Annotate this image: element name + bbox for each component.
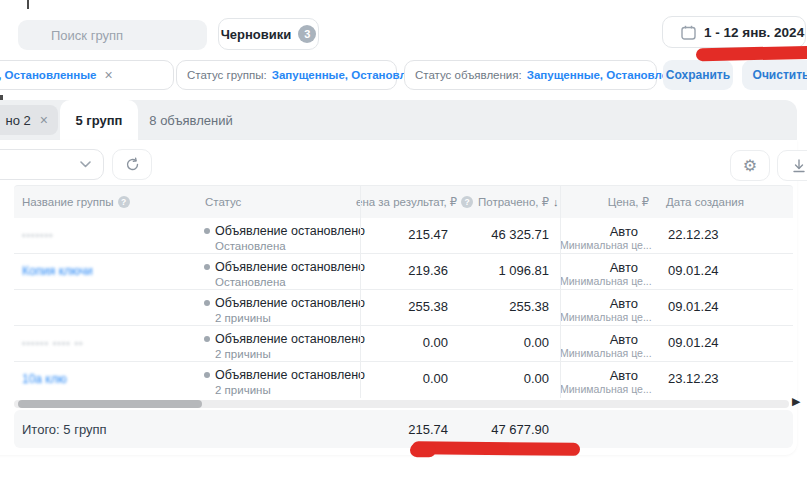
drafts-count-badge: 3: [298, 25, 316, 43]
filter-chip-prefix: Статус объявления:: [415, 69, 522, 81]
status-text: Объявление остановлено: [215, 260, 365, 274]
created-date: 22.12.23: [655, 218, 793, 253]
status-note[interactable]: 2 причины: [204, 384, 360, 396]
filter-chip-ad-status[interactable]: Статус объявления: Запущенные, Остановле…: [404, 60, 657, 90]
crop-artifact-top: [27, 0, 29, 9]
spent-total: 47 677.90: [450, 422, 552, 437]
red-marker-annotation-date: [696, 46, 807, 62]
price-value: Авто: [552, 332, 655, 347]
tab-ads[interactable]: 8 объявлений: [138, 100, 244, 140]
price-note: Минимальная це...: [552, 275, 655, 287]
price-note: Минимальная це...: [552, 239, 655, 251]
status-dot-icon: [204, 228, 210, 234]
group-name-link[interactable]: •••••••: [22, 230, 54, 241]
gear-icon: ⚙: [743, 156, 757, 175]
cost-per-result-value: 0.00: [360, 362, 450, 398]
price-value: Авто: [552, 260, 655, 275]
red-marker-annotation-totals: [412, 441, 580, 456]
group-name-link[interactable]: 10а клю: [22, 372, 67, 386]
column-header-spent[interactable]: Потрачено, ₽ ↓: [450, 195, 552, 209]
status-text: Объявление остановлено: [215, 332, 365, 346]
cost-per-result-total: 215.74: [360, 422, 450, 437]
filter-chip-prefix: Статус группы:: [187, 69, 267, 81]
refresh-button[interactable]: [112, 149, 152, 180]
download-icon: [792, 159, 806, 173]
settings-button[interactable]: ⚙: [730, 150, 770, 181]
status-note[interactable]: 2 причины: [204, 348, 360, 360]
scroll-right-icon[interactable]: ▶: [792, 395, 800, 408]
cost-per-result-value: 215.47: [360, 218, 450, 253]
save-filters-button[interactable]: Сохранить: [663, 60, 733, 90]
status-text: Объявление остановлено: [215, 368, 365, 382]
created-date: 09.01.24: [655, 290, 793, 325]
table-body: ••••••• Объявление остановлено Остановле…: [14, 218, 793, 398]
table-row[interactable]: Копия ключи Объявление остановлено Остан…: [14, 254, 793, 290]
clear-filters-button[interactable]: Очистить: [742, 60, 807, 90]
filter-chip-group-status[interactable]: Статус группы: Запущенные, Остановленные…: [176, 60, 397, 90]
date-range-button[interactable]: 1 - 12 янв. 2024: [662, 16, 806, 48]
column-header-name[interactable]: Название группы ?: [14, 196, 200, 208]
selection-chip[interactable]: но 2 ×: [0, 105, 58, 135]
close-icon[interactable]: ×: [101, 68, 112, 82]
status-note[interactable]: Остановлена: [204, 240, 360, 252]
spent-value: 255.38: [450, 290, 552, 325]
status-text: Объявление остановлено: [215, 296, 365, 310]
table-row[interactable]: Объявление остановлено 2 причины 255.38 …: [14, 290, 793, 326]
help-icon[interactable]: ?: [118, 196, 130, 208]
column-header-cost-per-result[interactable]: ена за результат, ₽ ?: [356, 195, 450, 209]
spent-value: 1 096.81: [450, 254, 552, 289]
cost-per-result-value: 0.00: [360, 326, 450, 361]
actions-dropdown[interactable]: йствия: [0, 149, 104, 180]
price-note: Минимальная це...: [552, 383, 655, 395]
filter-chip-value: Запущенные, Остановленные: [0, 69, 96, 81]
horizontal-scrollbar[interactable]: [14, 400, 789, 408]
table-row[interactable]: ••••••• Объявление остановлено Остановле…: [14, 218, 793, 254]
status-dot-icon: [204, 264, 210, 270]
table-header: Название группы ? Статус ена за результа…: [14, 185, 793, 218]
selection-chip-label: но 2: [6, 113, 31, 128]
table-footer: Итого: 5 групп 215.74 47 677.90: [14, 410, 793, 448]
calendar-icon: [681, 25, 696, 40]
status-dot-icon: [204, 372, 210, 378]
column-header-created[interactable]: Дата создания: [655, 196, 793, 208]
refresh-icon: [125, 157, 140, 172]
date-range-label: 1 - 12 янв. 2024: [704, 25, 804, 40]
table-row[interactable]: •••••• •••• •• Объявление остановлено 2 …: [14, 326, 793, 362]
created-date: 09.01.24: [655, 254, 793, 289]
column-separator: [560, 186, 561, 398]
close-icon[interactable]: ×: [37, 113, 48, 127]
status-dot-icon: [204, 336, 210, 342]
status-dot-icon: [204, 300, 210, 306]
price-value: Авто: [552, 224, 655, 239]
group-name-link[interactable]: •••••• •••• ••: [22, 338, 84, 349]
search-input[interactable]: Поиск групп: [18, 20, 207, 50]
price-value: Авто: [552, 368, 655, 383]
column-header-status[interactable]: Статус: [200, 196, 360, 208]
cost-per-result-value: 219.36: [360, 254, 450, 289]
spent-value: 0.00: [450, 326, 552, 361]
column-separator: [360, 186, 361, 398]
totals-label: Итого: 5 групп: [14, 422, 200, 437]
drafts-button-label: Черновики: [221, 27, 292, 42]
filter-chip-statuses[interactable]: Запущенные, Остановленные ×: [0, 60, 174, 90]
status-note[interactable]: 2 причины: [204, 312, 360, 324]
created-date: 09.01.24: [655, 326, 793, 361]
tab-groups[interactable]: 5 групп: [60, 100, 138, 140]
price-note: Минимальная це...: [552, 311, 655, 323]
status-text: Объявление остановлено: [215, 224, 365, 238]
spent-value: 46 325.71: [450, 218, 552, 253]
drafts-button[interactable]: Черновики 3: [218, 18, 319, 50]
scrollbar-thumb[interactable]: [18, 400, 202, 408]
spent-value: 0.00: [450, 362, 552, 398]
price-note: Минимальная це...: [552, 347, 655, 359]
chevron-down-icon: [80, 161, 91, 168]
column-header-price[interactable]: Цена, ₽: [552, 195, 655, 209]
export-button[interactable]: [777, 150, 807, 181]
group-name-link[interactable]: Копия ключи: [22, 264, 93, 278]
cost-per-result-value: 255.38: [360, 290, 450, 325]
status-note[interactable]: Остановлена: [204, 276, 360, 288]
price-value: Авто: [552, 296, 655, 311]
table-row[interactable]: 10а клю Объявление остановлено 2 причины…: [14, 362, 793, 398]
created-date: 23.12.23: [655, 362, 793, 398]
